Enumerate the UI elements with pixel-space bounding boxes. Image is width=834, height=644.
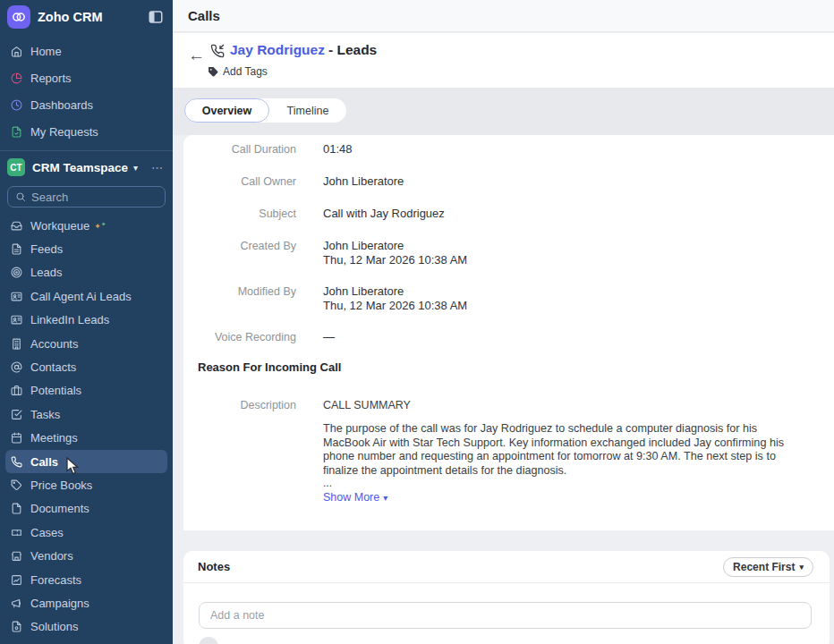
teamspace-selector[interactable]: CT CRM Teamspace ▾ ⋯ bbox=[0, 153, 173, 182]
app-root: Zoho CRM Home Reports Dashboards My Requ… bbox=[0, 0, 834, 644]
sidebar-item-cases[interactable]: Cases bbox=[0, 521, 173, 544]
sidebar-item-workqueue[interactable]: Workqueue✦✦ bbox=[0, 214, 173, 237]
field-label: Call Owner bbox=[196, 174, 296, 189]
field-call-duration: Call Duration 01:48 bbox=[196, 142, 834, 157]
field-value: — bbox=[323, 330, 335, 344]
record-module-suffix: - Leads bbox=[328, 42, 377, 57]
sidebar-item-label: Cases bbox=[30, 526, 64, 539]
field-voice-recording: Voice Recording — bbox=[196, 330, 834, 344]
add-tags[interactable]: Add Tags bbox=[208, 65, 268, 78]
description-text: The purpose of the call was for Jay Rodr… bbox=[323, 422, 790, 478]
sidebar-item-contacts[interactable]: Contacts bbox=[0, 355, 173, 378]
search-icon bbox=[15, 191, 26, 202]
zoho-crm-logo[interactable] bbox=[7, 5, 30, 29]
sidebar-item-label: Potentials bbox=[30, 384, 81, 397]
sidebar-top-nav: Home Reports Dashboards My Requests bbox=[0, 38, 173, 145]
sidebar-item-label: Meetings bbox=[30, 431, 78, 445]
record-name-link[interactable]: Jay Rodriguez bbox=[230, 42, 325, 57]
sort-label: Recent First bbox=[733, 561, 795, 573]
module-topbar: Calls bbox=[173, 0, 834, 32]
notes-header: Notes Recent First ▾ bbox=[183, 551, 830, 583]
teamspace-badge: CT bbox=[7, 158, 25, 176]
module-title: Calls bbox=[188, 8, 220, 23]
notes-title: Notes bbox=[198, 560, 230, 573]
field-created-by: Created By John Liberatore Thu, 12 Mar 2… bbox=[196, 239, 834, 267]
forecasts-icon bbox=[11, 574, 22, 586]
workqueue-icon bbox=[11, 220, 22, 232]
sidebar-item-linkedin-leads[interactable]: LinkedIn Leads bbox=[0, 309, 173, 332]
calls-icon bbox=[11, 456, 22, 468]
sidebar-item-home[interactable]: Home bbox=[0, 38, 173, 64]
field-label: Created By bbox=[196, 239, 296, 267]
sidebar-item-leads[interactable]: Leads bbox=[0, 261, 173, 284]
teamspace-name: CRM Teamspace bbox=[32, 161, 128, 174]
back-button[interactable]: ← bbox=[188, 47, 205, 64]
field-label: Modified By bbox=[196, 284, 296, 313]
sidebar-search[interactable] bbox=[7, 186, 166, 208]
field-label: Subject bbox=[196, 207, 296, 221]
sidebar-item-documents[interactable]: Documents bbox=[0, 497, 173, 521]
notes-sort-button[interactable]: Recent First ▾ bbox=[723, 557, 813, 577]
record-header: ← Jay Rodriguez- Leads Add Tags bbox=[173, 33, 834, 88]
show-more-link[interactable]: Show More ▾ bbox=[323, 491, 387, 504]
main-content: Calls ← Jay Rodriguez- Leads Add Tags Ov… bbox=[173, 0, 834, 644]
app-title: Zoho CRM bbox=[38, 10, 148, 24]
tabs: Overview Timeline bbox=[184, 98, 346, 123]
tab-overview[interactable]: Overview bbox=[184, 98, 269, 123]
sidebar: Zoho CRM Home Reports Dashboards My Requ… bbox=[0, 0, 173, 644]
show-more-label: Show More bbox=[323, 491, 379, 504]
field-value: Call with Jay Rodriguez bbox=[323, 207, 445, 221]
sidebar-item-tasks[interactable]: Tasks bbox=[0, 402, 173, 426]
sidebar-item-call-agent-ai-leads[interactable]: Call Agent Ai Leads bbox=[0, 284, 173, 308]
description-heading: CALL SUMMARY bbox=[323, 398, 790, 412]
field-timestamp: Thu, 12 Mar 2026 10:38 AM bbox=[323, 253, 467, 267]
home-icon bbox=[11, 46, 22, 57]
sidebar-item-reports[interactable]: Reports bbox=[0, 64, 173, 91]
sidebar-item-price-books[interactable]: Price Books bbox=[0, 473, 173, 496]
field-subject: Subject Call with Jay Rodriguez bbox=[196, 207, 834, 221]
description-ellipsis: ... bbox=[323, 479, 790, 487]
chevron-down-icon: ▾ bbox=[799, 563, 804, 572]
my-requests-icon bbox=[11, 126, 22, 138]
sidebar-item-label: Feeds bbox=[30, 242, 63, 256]
record-body: Call Duration 01:48 Call Owner John Libe… bbox=[173, 135, 834, 644]
sidebar-item-label: Calls bbox=[30, 455, 58, 469]
field-modified-by: Modified By John Liberatore Thu, 12 Mar … bbox=[196, 284, 834, 313]
zoho-rings-icon bbox=[11, 9, 27, 25]
solutions-icon bbox=[11, 621, 22, 632]
sidebar-item-accounts[interactable]: Accounts bbox=[0, 332, 173, 355]
feeds-icon bbox=[11, 243, 22, 255]
sidebar-modules: Workqueue✦✦ Feeds Leads Call Agent Ai Le… bbox=[0, 214, 173, 639]
sidebar-item-calls[interactable]: Calls bbox=[5, 450, 167, 473]
sidebar-item-solutions[interactable]: Solutions bbox=[0, 615, 173, 639]
sidebar-item-potentials[interactable]: Potentials bbox=[0, 379, 173, 402]
sidebar-item-vendors[interactable]: Vendors bbox=[0, 544, 173, 567]
sidebar-item-label: Documents bbox=[30, 502, 89, 515]
sidebar-item-label: Vendors bbox=[30, 549, 73, 563]
field-label: Description bbox=[196, 398, 296, 504]
tab-band: Overview Timeline bbox=[173, 88, 834, 135]
sidebar-item-meetings[interactable]: Meetings bbox=[0, 427, 173, 450]
sidebar-header: Zoho CRM bbox=[0, 0, 173, 34]
incoming-call-icon bbox=[210, 44, 225, 58]
description-body: CALL SUMMARY The purpose of the call was… bbox=[323, 398, 790, 504]
chevron-down-icon[interactable]: ▾ bbox=[133, 163, 138, 173]
sidebar-item-my-requests[interactable]: My Requests bbox=[0, 118, 173, 145]
sidebar-item-forecasts[interactable]: Forecasts bbox=[0, 568, 173, 591]
sidebar-item-campaigns[interactable]: Campaigns bbox=[0, 591, 173, 614]
teamspace-more-icon[interactable]: ⋯ bbox=[151, 161, 164, 174]
add-note-input[interactable] bbox=[199, 602, 812, 629]
meetings-icon bbox=[11, 432, 22, 444]
collapse-sidebar-icon[interactable] bbox=[148, 9, 164, 25]
sidebar-item-dashboards[interactable]: Dashboards bbox=[0, 91, 173, 118]
sidebar-item-label: Call Agent Ai Leads bbox=[30, 290, 132, 303]
sidebar-item-feeds[interactable]: Feeds bbox=[0, 237, 173, 260]
notes-card: Notes Recent First ▾ bbox=[183, 551, 830, 644]
sidebar-item-label: Accounts bbox=[30, 337, 78, 351]
tab-timeline[interactable]: Timeline bbox=[269, 98, 346, 123]
vendors-icon bbox=[11, 550, 22, 562]
search-input[interactable] bbox=[31, 191, 157, 204]
documents-icon bbox=[11, 503, 22, 514]
accounts-icon bbox=[11, 338, 22, 350]
sidebar-item-label: Workqueue bbox=[30, 219, 89, 233]
